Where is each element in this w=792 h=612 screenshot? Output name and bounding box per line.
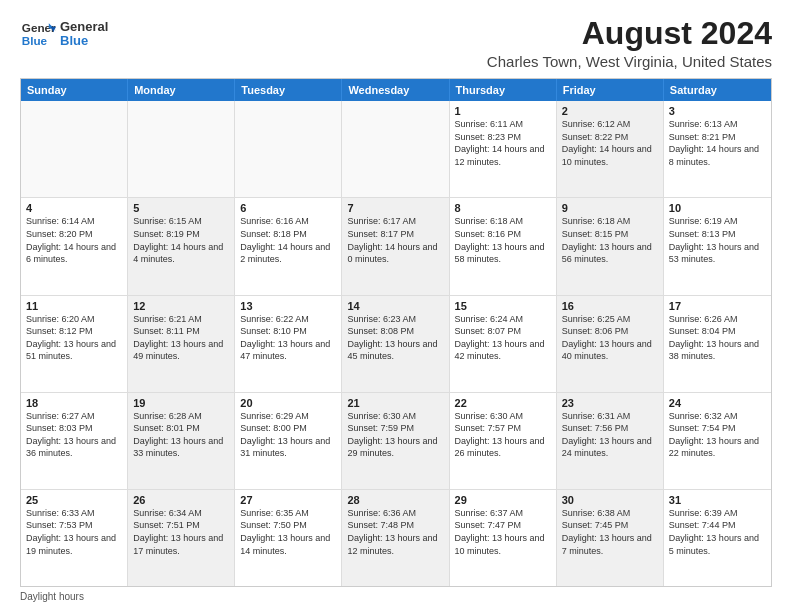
day-number: 26 — [133, 494, 229, 506]
cell-info: Sunrise: 6:19 AMSunset: 8:13 PMDaylight:… — [669, 215, 766, 265]
day-number: 7 — [347, 202, 443, 214]
cell-info: Sunrise: 6:18 AMSunset: 8:16 PMDaylight:… — [455, 215, 551, 265]
title-area: August 2024 Charles Town, West Virginia,… — [487, 16, 772, 70]
day-number: 4 — [26, 202, 122, 214]
day-cell-16: 16Sunrise: 6:25 AMSunset: 8:06 PMDayligh… — [557, 296, 664, 392]
cell-info: Sunrise: 6:32 AMSunset: 7:54 PMDaylight:… — [669, 410, 766, 460]
weekday-header-saturday: Saturday — [664, 79, 771, 101]
footer-note: Daylight hours — [20, 591, 772, 602]
day-cell-15: 15Sunrise: 6:24 AMSunset: 8:07 PMDayligh… — [450, 296, 557, 392]
day-number: 2 — [562, 105, 658, 117]
day-number: 23 — [562, 397, 658, 409]
day-number: 13 — [240, 300, 336, 312]
day-number: 10 — [669, 202, 766, 214]
day-number: 11 — [26, 300, 122, 312]
day-number: 25 — [26, 494, 122, 506]
cell-info: Sunrise: 6:17 AMSunset: 8:17 PMDaylight:… — [347, 215, 443, 265]
day-cell-23: 23Sunrise: 6:31 AMSunset: 7:56 PMDayligh… — [557, 393, 664, 489]
cell-info: Sunrise: 6:16 AMSunset: 8:18 PMDaylight:… — [240, 215, 336, 265]
day-cell-12: 12Sunrise: 6:21 AMSunset: 8:11 PMDayligh… — [128, 296, 235, 392]
cell-info: Sunrise: 6:20 AMSunset: 8:12 PMDaylight:… — [26, 313, 122, 363]
logo-general: General — [60, 20, 108, 34]
day-cell-2: 2Sunrise: 6:12 AMSunset: 8:22 PMDaylight… — [557, 101, 664, 197]
day-number: 8 — [455, 202, 551, 214]
day-cell-24: 24Sunrise: 6:32 AMSunset: 7:54 PMDayligh… — [664, 393, 771, 489]
day-cell-25: 25Sunrise: 6:33 AMSunset: 7:53 PMDayligh… — [21, 490, 128, 586]
day-number: 5 — [133, 202, 229, 214]
day-number: 1 — [455, 105, 551, 117]
day-cell-19: 19Sunrise: 6:28 AMSunset: 8:01 PMDayligh… — [128, 393, 235, 489]
day-cell-18: 18Sunrise: 6:27 AMSunset: 8:03 PMDayligh… — [21, 393, 128, 489]
cell-info: Sunrise: 6:21 AMSunset: 8:11 PMDaylight:… — [133, 313, 229, 363]
day-cell-9: 9Sunrise: 6:18 AMSunset: 8:15 PMDaylight… — [557, 198, 664, 294]
day-number: 9 — [562, 202, 658, 214]
day-cell-13: 13Sunrise: 6:22 AMSunset: 8:10 PMDayligh… — [235, 296, 342, 392]
cell-info: Sunrise: 6:22 AMSunset: 8:10 PMDaylight:… — [240, 313, 336, 363]
day-number: 27 — [240, 494, 336, 506]
day-cell-31: 31Sunrise: 6:39 AMSunset: 7:44 PMDayligh… — [664, 490, 771, 586]
calendar-header: SundayMondayTuesdayWednesdayThursdayFrid… — [21, 79, 771, 101]
empty-cell — [128, 101, 235, 197]
weekday-header-monday: Monday — [128, 79, 235, 101]
cell-info: Sunrise: 6:28 AMSunset: 8:01 PMDaylight:… — [133, 410, 229, 460]
day-number: 21 — [347, 397, 443, 409]
calendar-row-1: 1Sunrise: 6:11 AMSunset: 8:23 PMDaylight… — [21, 101, 771, 197]
day-number: 6 — [240, 202, 336, 214]
day-number: 16 — [562, 300, 658, 312]
day-number: 15 — [455, 300, 551, 312]
calendar-row-3: 11Sunrise: 6:20 AMSunset: 8:12 PMDayligh… — [21, 295, 771, 392]
day-cell-4: 4Sunrise: 6:14 AMSunset: 8:20 PMDaylight… — [21, 198, 128, 294]
cell-info: Sunrise: 6:26 AMSunset: 8:04 PMDaylight:… — [669, 313, 766, 363]
cell-info: Sunrise: 6:30 AMSunset: 7:59 PMDaylight:… — [347, 410, 443, 460]
day-cell-29: 29Sunrise: 6:37 AMSunset: 7:47 PMDayligh… — [450, 490, 557, 586]
day-cell-20: 20Sunrise: 6:29 AMSunset: 8:00 PMDayligh… — [235, 393, 342, 489]
day-cell-11: 11Sunrise: 6:20 AMSunset: 8:12 PMDayligh… — [21, 296, 128, 392]
day-cell-6: 6Sunrise: 6:16 AMSunset: 8:18 PMDaylight… — [235, 198, 342, 294]
cell-info: Sunrise: 6:34 AMSunset: 7:51 PMDaylight:… — [133, 507, 229, 557]
day-cell-17: 17Sunrise: 6:26 AMSunset: 8:04 PMDayligh… — [664, 296, 771, 392]
calendar: SundayMondayTuesdayWednesdayThursdayFrid… — [20, 78, 772, 587]
empty-cell — [342, 101, 449, 197]
cell-info: Sunrise: 6:11 AMSunset: 8:23 PMDaylight:… — [455, 118, 551, 168]
main-title: August 2024 — [487, 16, 772, 51]
cell-info: Sunrise: 6:25 AMSunset: 8:06 PMDaylight:… — [562, 313, 658, 363]
weekday-header-tuesday: Tuesday — [235, 79, 342, 101]
day-cell-10: 10Sunrise: 6:19 AMSunset: 8:13 PMDayligh… — [664, 198, 771, 294]
cell-info: Sunrise: 6:12 AMSunset: 8:22 PMDaylight:… — [562, 118, 658, 168]
day-cell-27: 27Sunrise: 6:35 AMSunset: 7:50 PMDayligh… — [235, 490, 342, 586]
cell-info: Sunrise: 6:18 AMSunset: 8:15 PMDaylight:… — [562, 215, 658, 265]
day-cell-3: 3Sunrise: 6:13 AMSunset: 8:21 PMDaylight… — [664, 101, 771, 197]
day-number: 19 — [133, 397, 229, 409]
day-number: 29 — [455, 494, 551, 506]
day-cell-14: 14Sunrise: 6:23 AMSunset: 8:08 PMDayligh… — [342, 296, 449, 392]
day-cell-8: 8Sunrise: 6:18 AMSunset: 8:16 PMDaylight… — [450, 198, 557, 294]
calendar-row-2: 4Sunrise: 6:14 AMSunset: 8:20 PMDaylight… — [21, 197, 771, 294]
day-cell-21: 21Sunrise: 6:30 AMSunset: 7:59 PMDayligh… — [342, 393, 449, 489]
cell-info: Sunrise: 6:37 AMSunset: 7:47 PMDaylight:… — [455, 507, 551, 557]
cell-info: Sunrise: 6:14 AMSunset: 8:20 PMDaylight:… — [26, 215, 122, 265]
day-number: 18 — [26, 397, 122, 409]
logo-blue: Blue — [60, 34, 108, 48]
cell-info: Sunrise: 6:23 AMSunset: 8:08 PMDaylight:… — [347, 313, 443, 363]
weekday-header-wednesday: Wednesday — [342, 79, 449, 101]
day-cell-28: 28Sunrise: 6:36 AMSunset: 7:48 PMDayligh… — [342, 490, 449, 586]
calendar-row-5: 25Sunrise: 6:33 AMSunset: 7:53 PMDayligh… — [21, 489, 771, 586]
day-number: 22 — [455, 397, 551, 409]
day-cell-30: 30Sunrise: 6:38 AMSunset: 7:45 PMDayligh… — [557, 490, 664, 586]
cell-info: Sunrise: 6:33 AMSunset: 7:53 PMDaylight:… — [26, 507, 122, 557]
cell-info: Sunrise: 6:13 AMSunset: 8:21 PMDaylight:… — [669, 118, 766, 168]
cell-info: Sunrise: 6:15 AMSunset: 8:19 PMDaylight:… — [133, 215, 229, 265]
header: General Blue General Blue August 2024 Ch… — [20, 16, 772, 70]
cell-info: Sunrise: 6:27 AMSunset: 8:03 PMDaylight:… — [26, 410, 122, 460]
day-number: 31 — [669, 494, 766, 506]
cell-info: Sunrise: 6:36 AMSunset: 7:48 PMDaylight:… — [347, 507, 443, 557]
cell-info: Sunrise: 6:30 AMSunset: 7:57 PMDaylight:… — [455, 410, 551, 460]
day-number: 12 — [133, 300, 229, 312]
weekday-header-thursday: Thursday — [450, 79, 557, 101]
calendar-row-4: 18Sunrise: 6:27 AMSunset: 8:03 PMDayligh… — [21, 392, 771, 489]
cell-info: Sunrise: 6:31 AMSunset: 7:56 PMDaylight:… — [562, 410, 658, 460]
empty-cell — [235, 101, 342, 197]
day-number: 30 — [562, 494, 658, 506]
cell-info: Sunrise: 6:39 AMSunset: 7:44 PMDaylight:… — [669, 507, 766, 557]
day-cell-22: 22Sunrise: 6:30 AMSunset: 7:57 PMDayligh… — [450, 393, 557, 489]
